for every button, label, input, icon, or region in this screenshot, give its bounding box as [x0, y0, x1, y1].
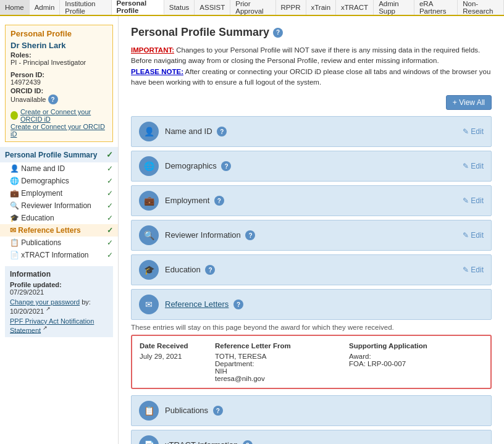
please-note-label: PLEASE NOTE:: [131, 68, 183, 75]
sidebar-item-reference-letters-check: ✓: [107, 226, 113, 235]
sidebar-item-xtract-info[interactable]: 📄 xTRACT Information ✓: [0, 249, 118, 261]
sidebar-roles-label: Roles: PI - Principal Investigator: [10, 51, 107, 66]
nav-assist[interactable]: ASSIST: [195, 0, 230, 15]
sidebar-item-name-id-check: ✓: [107, 164, 113, 173]
section-row-publications: 📋 Publications ?: [131, 395, 492, 426]
xtract-help-icon[interactable]: ?: [243, 440, 253, 444]
sidebar-item-xtract-info-check: ✓: [107, 251, 113, 259]
reference-letters-link[interactable]: Reference Letters: [165, 299, 229, 309]
education-edit-button[interactable]: ✎ Edit: [463, 266, 484, 274]
sidebar-item-reference-letters[interactable]: ✉ Reference Letters ✓: [0, 224, 118, 237]
name-id-label: Name and ID ?: [165, 127, 463, 137]
nav-non-research[interactable]: Non-Research: [458, 0, 504, 15]
sidebar: Personal Profile Dr Sherin Lark Roles: P…: [0, 16, 119, 444]
change-password-link[interactable]: Change your password: [10, 298, 80, 306]
sidebar-item-xtract-info-label: 📄 xTRACT Information: [10, 251, 89, 259]
section-row-xtract: 📄 xTRACT Information ?: [131, 430, 492, 444]
demographics-edit-button[interactable]: ✎ Edit: [463, 162, 484, 170]
sidebar-summary-check: ✓: [106, 150, 113, 159]
please-note-text: After creating or connecting your ORCID …: [131, 68, 490, 86]
sidebar-item-name-id-label: 👤 Name and ID: [10, 164, 65, 173]
sidebar-item-publications-check: ✓: [107, 238, 113, 247]
sidebar-summary-title: Personal Profile Summary: [5, 151, 97, 159]
orcid-link-2[interactable]: Create or Connect your ORCID iD: [10, 123, 107, 138]
education-label: Education ?: [165, 265, 463, 275]
page-layout: Personal Profile Dr Sherin Lark Roles: P…: [0, 16, 504, 444]
ref-table-header-date: Date Received: [140, 341, 215, 352]
ref-table-header-from: Reference Letter From: [215, 341, 349, 352]
sidebar-summary-header: Personal Profile Summary ✓: [0, 147, 118, 162]
employment-label: Employment ?: [165, 196, 463, 206]
xtract-icon: 📄: [139, 435, 159, 444]
name-id-edit-button[interactable]: ✎ Edit: [463, 127, 484, 136]
section-row-reference-letters: ✉ Reference Letters ?: [131, 289, 492, 320]
sidebar-item-demographics-label: 🌐 Demographics: [10, 177, 69, 185]
reviewer-info-edit-button[interactable]: ✎ Edit: [463, 231, 484, 240]
sidebar-profile-header: Personal Profile Dr Sherin Lark Roles: P…: [5, 25, 113, 142]
ref-row-from: TOTH, TERESA Department: NIH teresa@nih.…: [215, 352, 349, 383]
top-navigation: Home Admin Institution Profile Personal …: [0, 0, 504, 16]
sidebar-summary-section: Personal Profile Summary ✓ 👤 Name and ID…: [0, 147, 118, 261]
employment-edit-button[interactable]: ✎ Edit: [463, 196, 484, 205]
reference-letters-table: Date Received Reference Letter From Supp…: [140, 341, 483, 383]
nav-xtrain[interactable]: xTrain: [306, 0, 337, 15]
reference-letters-table-container: Date Received Reference Letter From Supp…: [131, 335, 492, 389]
reference-letters-note: These entries will stay on this page bey…: [131, 324, 492, 331]
page-title-help-icon[interactable]: ?: [273, 28, 283, 38]
section-row-demographics: 🌐 Demographics ? ✎ Edit: [131, 151, 492, 182]
nav-admin[interactable]: Admin: [30, 0, 61, 15]
demographics-icon: 🌐: [139, 156, 159, 176]
sidebar-information-section: Information Profile updated: 07/29/2021 …: [5, 266, 113, 337]
orcid-link-1[interactable]: Create or Connect your ORCID iD: [20, 108, 107, 123]
nav-admin-supp[interactable]: Admin Supp: [374, 0, 414, 15]
xtract-label: xTRACT Information ?: [165, 440, 484, 444]
sidebar-item-demographics[interactable]: 🌐 Demographics ✓: [0, 175, 118, 187]
publications-help-icon[interactable]: ?: [213, 406, 223, 416]
page-title: Personal Profile Summary ?: [131, 26, 492, 39]
sidebar-item-demographics-check: ✓: [107, 177, 113, 185]
education-help-icon[interactable]: ?: [205, 265, 215, 275]
sidebar-item-education-label: 🎓 Education: [10, 214, 54, 222]
nav-prior-approval[interactable]: Prior Approval: [230, 0, 275, 15]
sidebar-item-publications-label: 📋 Publications: [10, 238, 61, 247]
nav-era-partners[interactable]: eRA Partners: [414, 0, 458, 15]
sidebar-item-reviewer-info[interactable]: 🔍 Reviewer Information ✓: [0, 199, 118, 212]
nav-rppr[interactable]: RPPR: [276, 0, 306, 15]
view-all-button[interactable]: + View All: [446, 95, 492, 110]
ref-row-app: Award: FOA: LRP-00-007: [349, 352, 483, 383]
demographics-help-icon[interactable]: ?: [221, 161, 231, 171]
nav-status[interactable]: Status: [164, 0, 195, 15]
ppf-privacy-link[interactable]: PPF Privacy Act Notification Statement: [10, 317, 94, 334]
name-id-icon: 👤: [139, 122, 159, 141]
orcid-help-icon[interactable]: ?: [48, 94, 58, 104]
sidebar-profile-updated: Profile updated: 07/29/2021: [10, 281, 108, 296]
section-row-education: 🎓 Education ? ✎ Edit: [131, 254, 492, 285]
nav-xtract[interactable]: xTRACT: [336, 0, 374, 15]
important-text: Changes to your Personal Profile will NO…: [131, 46, 480, 64]
sidebar-profile-title: Personal Profile: [10, 29, 107, 38]
publications-label: Publications ?: [165, 406, 484, 416]
reviewer-info-icon: 🔍: [139, 225, 159, 245]
section-row-employment: 💼 Employment ? ✎ Edit: [131, 185, 492, 216]
sidebar-change-password: Change your password by: 10/20/2021 ↗: [10, 298, 108, 315]
sidebar-orcid-id: ORCID ID: Unavailable ?: [10, 87, 107, 104]
table-row: July 29, 2021 TOTH, TERESA Department: N…: [140, 352, 483, 383]
sidebar-user-name: Dr Sherin Lark: [10, 41, 107, 50]
nav-institution-profile[interactable]: Institution Profile: [60, 0, 111, 15]
education-icon: 🎓: [139, 260, 159, 280]
reviewer-info-help-icon[interactable]: ?: [245, 230, 255, 240]
name-id-help-icon[interactable]: ?: [217, 127, 227, 136]
reference-letters-help-icon[interactable]: ?: [233, 299, 243, 309]
nav-home[interactable]: Home: [0, 0, 30, 15]
reference-letters-icon: ✉: [139, 295, 159, 314]
sidebar-item-publications[interactable]: 📋 Publications ✓: [0, 237, 118, 249]
sidebar-item-employment-check: ✓: [107, 189, 113, 198]
sidebar-item-education[interactable]: 🎓 Education ✓: [0, 212, 118, 224]
sidebar-item-name-id[interactable]: 👤 Name and ID ✓: [0, 162, 118, 175]
ref-row-date: July 29, 2021: [140, 352, 215, 383]
sidebar-item-employment-label: 💼 Employment: [10, 189, 62, 198]
employment-help-icon[interactable]: ?: [214, 196, 224, 206]
reference-letters-label: Reference Letters ?: [165, 299, 484, 310]
nav-personal-profile[interactable]: Personal Profile: [112, 0, 164, 15]
sidebar-item-employment[interactable]: 💼 Employment ✓: [0, 187, 118, 199]
